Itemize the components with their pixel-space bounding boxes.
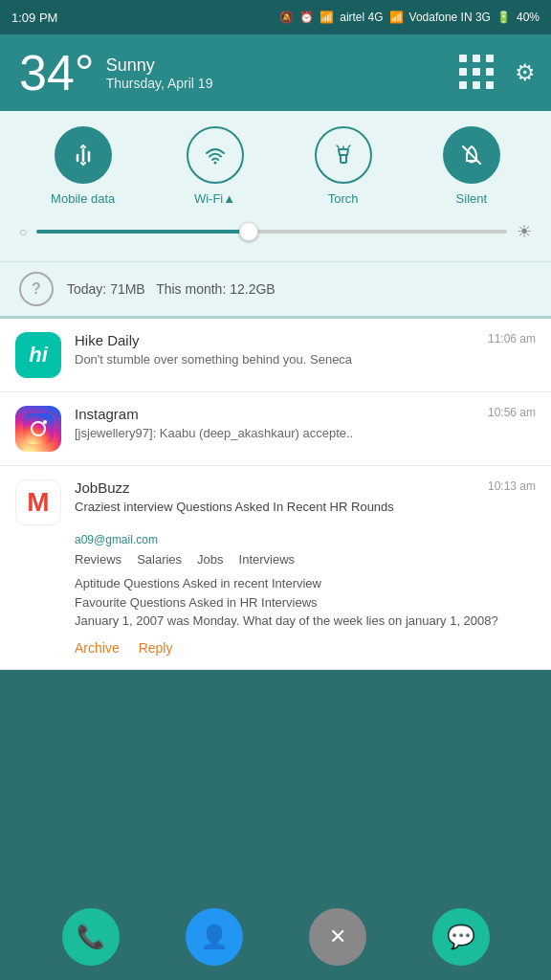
- archive-button[interactable]: Archive: [75, 640, 120, 656]
- svg-point-0: [213, 162, 216, 165]
- messages-button[interactable]: 💬: [432, 908, 490, 966]
- toggle-torch[interactable]: Torch: [315, 126, 372, 206]
- weather-date: Thursday, April 19: [106, 76, 213, 91]
- toggle-silent[interactable]: Silent: [443, 126, 500, 206]
- hike-notif-header: Hike Daily 11:06 am: [75, 332, 536, 348]
- silent-circle[interactable]: [443, 126, 500, 184]
- brightness-low-icon: ○: [19, 224, 27, 239]
- brightness-control[interactable]: ○ ☀: [0, 217, 551, 254]
- instagram-notif-header: Instagram 10:56 am: [75, 406, 536, 422]
- weather-details: Sunny Thursday, April 19: [106, 56, 213, 91]
- hike-app-icon: hi: [15, 332, 61, 378]
- toggle-mobile-data[interactable]: Mobile data: [51, 126, 115, 206]
- hike-notif-time: 11:06 am: [488, 332, 536, 348]
- jobbuzz-title: Craziest interview Questions Asked In Re…: [75, 499, 536, 516]
- settings-icon[interactable]: ⚙: [515, 59, 536, 86]
- jobbuzz-app-name: JobBuzz: [75, 479, 130, 496]
- apps-grid-icon[interactable]: [459, 55, 496, 91]
- svg-rect-1: [341, 155, 346, 163]
- silent-label: Silent: [456, 191, 488, 206]
- tag-reviews: Reviews: [75, 552, 121, 567]
- weather-condition: Sunny: [106, 56, 213, 76]
- jobbuzz-line2: Favourite Questions Asked in HR Intervie…: [75, 593, 536, 612]
- wifi-label: Wi-Fi▲: [194, 191, 235, 206]
- gmail-app-icon: M: [15, 479, 61, 525]
- jobbuzz-line1: Aptitude Questions Asked in recent Inter…: [75, 574, 536, 593]
- jobbuzz-body: a09@gmail.com Reviews Salaries Jobs Inte…: [75, 533, 536, 656]
- jobbuzz-line3: January 1, 2007 was Monday. What day of …: [75, 612, 536, 631]
- close-button[interactable]: ✕: [309, 908, 366, 966]
- weather-actions[interactable]: ⚙: [459, 55, 536, 91]
- notifications-area: hi Hike Daily 11:06 am Don't stumble ove…: [0, 319, 551, 670]
- battery-icon: 🔋: [496, 11, 511, 24]
- contacts-button[interactable]: 👤: [186, 908, 243, 966]
- svg-rect-2: [23, 413, 54, 444]
- jobbuzz-tags: Reviews Salaries Jobs Interviews: [75, 552, 536, 567]
- jobbuzz-content: Aptitude Questions Asked in recent Inter…: [75, 574, 536, 631]
- instagram-app-icon: [15, 406, 61, 452]
- instagram-notif-content: Instagram 10:56 am [jsjewellery97]: Kaab…: [75, 406, 536, 442]
- jobbuzz-email: a09@gmail.com: [75, 533, 536, 546]
- jobbuzz-notif-time: 10:13 am: [488, 479, 536, 496]
- carrier1-label: airtel 4G: [340, 11, 383, 24]
- notification-hike[interactable]: hi Hike Daily 11:06 am Don't stumble ove…: [0, 319, 551, 392]
- hike-notif-message: Don't stumble over something behind you.…: [75, 351, 536, 368]
- status-bar: 1:09 PM 🔕 ⏰ 📶 airtel 4G 📶 Vodafone IN 3G…: [0, 0, 551, 34]
- signal-icon1: 📶: [320, 11, 334, 24]
- carrier2-label: Vodafone IN 3G: [409, 11, 491, 24]
- data-usage-icon: ?: [19, 272, 54, 306]
- data-usage-text: Today: 71MB This month: 12.2GB: [67, 281, 276, 297]
- jobbuzz-actions: Archive Reply: [75, 640, 536, 656]
- status-time: 1:09 PM: [11, 11, 57, 25]
- tag-jobs: Jobs: [197, 552, 223, 567]
- status-icons: 🔕 ⏰ 📶 airtel 4G 📶 Vodafone IN 3G 🔋 40%: [279, 11, 540, 24]
- reply-button[interactable]: Reply: [139, 640, 173, 656]
- tag-salaries: Salaries: [137, 552, 182, 567]
- quick-toggles-row: Mobile data Wi-Fi▲: [0, 126, 551, 206]
- svg-point-4: [43, 420, 47, 424]
- temperature-display: 34°: [19, 48, 95, 98]
- mobile-data-label: Mobile data: [51, 191, 115, 206]
- mobile-data-circle[interactable]: [55, 126, 112, 184]
- brightness-thumb[interactable]: [239, 222, 258, 241]
- mute-icon: 🔕: [279, 11, 294, 24]
- bottom-nav: 📞 👤 ✕ 💬: [0, 894, 551, 980]
- hike-app-name: Hike Daily: [75, 332, 140, 348]
- wifi-circle[interactable]: [187, 126, 244, 184]
- battery-percent: 40%: [517, 11, 540, 24]
- instagram-notif-time: 10:56 am: [488, 406, 536, 422]
- toggle-wifi[interactable]: Wi-Fi▲: [187, 126, 244, 206]
- torch-circle[interactable]: [315, 126, 372, 184]
- jobbuzz-header: M JobBuzz 10:13 am Craziest interview Qu…: [15, 479, 536, 525]
- weather-info-left: 34° Sunny Thursday, April 19: [19, 48, 212, 98]
- alarm-icon: ⏰: [299, 11, 314, 24]
- quick-settings-panel: Mobile data Wi-Fi▲: [0, 111, 551, 261]
- signal-icon2: 📶: [389, 11, 404, 24]
- notification-instagram[interactable]: Instagram 10:56 am [jsjewellery97]: Kaab…: [0, 392, 551, 466]
- data-usage-row: ? Today: 71MB This month: 12.2GB: [0, 261, 551, 316]
- jobbuzz-notif-header: JobBuzz 10:13 am: [75, 479, 536, 496]
- brightness-fill: [36, 230, 248, 234]
- phone-button[interactable]: 📞: [62, 908, 120, 966]
- notification-jobbuzz[interactable]: M JobBuzz 10:13 am Craziest interview Qu…: [0, 466, 551, 670]
- torch-label: Torch: [328, 191, 359, 206]
- tag-interviews: Interviews: [239, 552, 296, 567]
- jobbuzz-top-content: JobBuzz 10:13 am Craziest interview Ques…: [75, 479, 536, 516]
- instagram-app-name: Instagram: [75, 406, 139, 422]
- weather-bar: 34° Sunny Thursday, April 19 ⚙: [0, 34, 551, 111]
- brightness-high-icon: ☀: [517, 221, 532, 242]
- hike-notif-content: Hike Daily 11:06 am Don't stumble over s…: [75, 332, 536, 368]
- instagram-notif-message: [jsjewellery97]: Kaabu (deep_akashkaur) …: [75, 425, 536, 442]
- brightness-slider[interactable]: [36, 230, 507, 234]
